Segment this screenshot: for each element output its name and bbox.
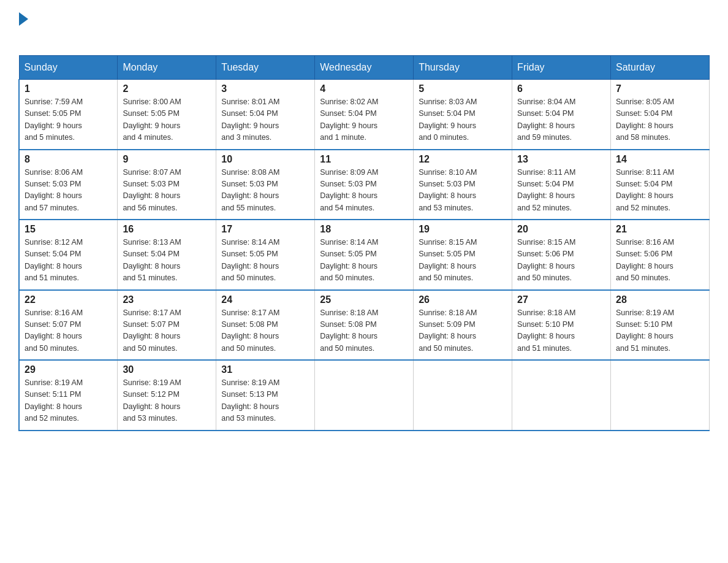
day-info: Sunrise: 8:19 AMSunset: 5:11 PMDaylight:…	[25, 377, 112, 425]
calendar-cell	[315, 360, 414, 431]
logo	[18, 12, 28, 43]
day-info: Sunrise: 8:14 AMSunset: 5:05 PMDaylight:…	[320, 237, 408, 285]
calendar-cell: 12 Sunrise: 8:10 AMSunset: 5:03 PMDaylig…	[414, 150, 512, 220]
day-number: 27	[517, 294, 605, 305]
calendar-cell: 21 Sunrise: 8:16 AMSunset: 5:06 PMDaylig…	[611, 220, 710, 290]
calendar-cell: 16 Sunrise: 8:13 AMSunset: 5:04 PMDaylig…	[118, 220, 216, 290]
calendar-cell: 25 Sunrise: 8:18 AMSunset: 5:08 PMDaylig…	[315, 290, 414, 361]
day-info: Sunrise: 8:11 AMSunset: 5:04 PMDaylight:…	[616, 167, 704, 215]
calendar-cell: 10 Sunrise: 8:08 AMSunset: 5:03 PMDaylig…	[216, 150, 315, 220]
calendar-cell: 11 Sunrise: 8:09 AMSunset: 5:03 PMDaylig…	[315, 150, 414, 220]
calendar-cell: 30 Sunrise: 8:19 AMSunset: 5:12 PMDaylig…	[118, 360, 216, 431]
column-header-saturday: Saturday	[611, 56, 710, 80]
day-info: Sunrise: 8:15 AMSunset: 5:05 PMDaylight:…	[419, 237, 507, 285]
calendar-cell: 8 Sunrise: 8:06 AMSunset: 5:03 PMDayligh…	[19, 150, 118, 220]
column-header-sunday: Sunday	[19, 56, 118, 80]
day-number: 18	[320, 224, 408, 235]
calendar-cell: 2 Sunrise: 8:00 AMSunset: 5:05 PMDayligh…	[118, 80, 216, 150]
calendar-cell: 9 Sunrise: 8:07 AMSunset: 5:03 PMDayligh…	[118, 150, 216, 220]
day-info: Sunrise: 8:07 AMSunset: 5:03 PMDaylight:…	[123, 167, 211, 215]
calendar-cell: 5 Sunrise: 8:03 AMSunset: 5:04 PMDayligh…	[414, 80, 512, 150]
day-info: Sunrise: 8:11 AMSunset: 5:04 PMDaylight:…	[517, 167, 605, 215]
day-number: 15	[25, 224, 112, 235]
day-number: 19	[419, 224, 507, 235]
calendar-cell: 27 Sunrise: 8:18 AMSunset: 5:10 PMDaylig…	[512, 290, 611, 361]
day-number: 24	[221, 294, 309, 305]
day-number: 30	[123, 364, 211, 375]
calendar-cell: 7 Sunrise: 8:05 AMSunset: 5:04 PMDayligh…	[611, 80, 710, 150]
calendar-cell: 29 Sunrise: 8:19 AMSunset: 5:11 PMDaylig…	[19, 360, 118, 431]
day-number: 11	[320, 154, 408, 165]
calendar-cell: 19 Sunrise: 8:15 AMSunset: 5:05 PMDaylig…	[414, 220, 512, 290]
calendar-cell: 28 Sunrise: 8:19 AMSunset: 5:10 PMDaylig…	[611, 290, 710, 361]
column-header-tuesday: Tuesday	[216, 56, 315, 80]
calendar-cell: 15 Sunrise: 8:12 AMSunset: 5:04 PMDaylig…	[19, 220, 118, 290]
day-number: 10	[221, 154, 309, 165]
calendar-cell	[512, 360, 611, 431]
day-number: 5	[419, 83, 507, 94]
column-header-friday: Friday	[512, 56, 611, 80]
calendar-cell	[611, 360, 710, 431]
day-info: Sunrise: 8:12 AMSunset: 5:04 PMDaylight:…	[25, 237, 112, 285]
calendar-cell: 17 Sunrise: 8:14 AMSunset: 5:05 PMDaylig…	[216, 220, 315, 290]
day-number: 28	[616, 294, 704, 305]
day-info: Sunrise: 8:03 AMSunset: 5:04 PMDaylight:…	[419, 96, 507, 144]
day-number: 7	[616, 83, 704, 94]
day-number: 21	[616, 224, 704, 235]
day-info: Sunrise: 8:19 AMSunset: 5:12 PMDaylight:…	[123, 377, 211, 425]
calendar-cell: 3 Sunrise: 8:01 AMSunset: 5:04 PMDayligh…	[216, 80, 315, 150]
calendar-cell: 26 Sunrise: 8:18 AMSunset: 5:09 PMDaylig…	[414, 290, 512, 361]
day-number: 1	[25, 83, 112, 94]
column-header-monday: Monday	[118, 56, 216, 80]
calendar-week-row: 15 Sunrise: 8:12 AMSunset: 5:04 PMDaylig…	[19, 220, 710, 290]
day-info: Sunrise: 8:18 AMSunset: 5:09 PMDaylight:…	[419, 307, 507, 355]
day-info: Sunrise: 8:18 AMSunset: 5:10 PMDaylight:…	[517, 307, 605, 355]
day-info: Sunrise: 8:15 AMSunset: 5:06 PMDaylight:…	[517, 237, 605, 285]
day-info: Sunrise: 8:08 AMSunset: 5:03 PMDaylight:…	[221, 167, 309, 215]
calendar-cell: 1 Sunrise: 7:59 AMSunset: 5:05 PMDayligh…	[19, 80, 118, 150]
calendar-table: SundayMondayTuesdayWednesdayThursdayFrid…	[18, 55, 710, 431]
calendar-cell	[414, 360, 512, 431]
page-header	[18, 12, 710, 43]
day-info: Sunrise: 8:16 AMSunset: 5:06 PMDaylight:…	[616, 237, 704, 285]
day-number: 31	[221, 364, 309, 375]
calendar-cell: 6 Sunrise: 8:04 AMSunset: 5:04 PMDayligh…	[512, 80, 611, 150]
calendar-cell: 4 Sunrise: 8:02 AMSunset: 5:04 PMDayligh…	[315, 80, 414, 150]
calendar-cell: 24 Sunrise: 8:17 AMSunset: 5:08 PMDaylig…	[216, 290, 315, 361]
day-info: Sunrise: 8:18 AMSunset: 5:08 PMDaylight:…	[320, 307, 408, 355]
calendar-week-row: 1 Sunrise: 7:59 AMSunset: 5:05 PMDayligh…	[19, 80, 710, 150]
day-info: Sunrise: 8:06 AMSunset: 5:03 PMDaylight:…	[25, 167, 112, 215]
calendar-cell: 31 Sunrise: 8:19 AMSunset: 5:13 PMDaylig…	[216, 360, 315, 431]
day-number: 16	[123, 224, 211, 235]
day-info: Sunrise: 8:05 AMSunset: 5:04 PMDaylight:…	[616, 96, 704, 144]
day-info: Sunrise: 8:14 AMSunset: 5:05 PMDaylight:…	[221, 237, 309, 285]
day-number: 3	[221, 83, 309, 94]
logo-triangle-icon	[19, 12, 28, 26]
day-info: Sunrise: 8:00 AMSunset: 5:05 PMDaylight:…	[123, 96, 211, 144]
day-info: Sunrise: 8:04 AMSunset: 5:04 PMDaylight:…	[517, 96, 605, 144]
day-number: 12	[419, 154, 507, 165]
day-number: 8	[25, 154, 112, 165]
day-number: 4	[320, 83, 408, 94]
calendar-week-row: 8 Sunrise: 8:06 AMSunset: 5:03 PMDayligh…	[19, 150, 710, 220]
calendar-cell: 23 Sunrise: 8:17 AMSunset: 5:07 PMDaylig…	[118, 290, 216, 361]
day-info: Sunrise: 8:01 AMSunset: 5:04 PMDaylight:…	[221, 96, 309, 144]
day-info: Sunrise: 8:13 AMSunset: 5:04 PMDaylight:…	[123, 237, 211, 285]
day-number: 29	[25, 364, 112, 375]
day-info: Sunrise: 8:09 AMSunset: 5:03 PMDaylight:…	[320, 167, 408, 215]
day-number: 14	[616, 154, 704, 165]
day-info: Sunrise: 8:19 AMSunset: 5:13 PMDaylight:…	[221, 377, 309, 425]
day-number: 9	[123, 154, 211, 165]
day-info: Sunrise: 8:17 AMSunset: 5:07 PMDaylight:…	[123, 307, 211, 355]
day-info: Sunrise: 8:02 AMSunset: 5:04 PMDaylight:…	[320, 96, 408, 144]
day-number: 22	[25, 294, 112, 305]
calendar-week-row: 29 Sunrise: 8:19 AMSunset: 5:11 PMDaylig…	[19, 360, 710, 431]
day-info: Sunrise: 8:16 AMSunset: 5:07 PMDaylight:…	[25, 307, 112, 355]
calendar-cell: 14 Sunrise: 8:11 AMSunset: 5:04 PMDaylig…	[611, 150, 710, 220]
calendar-cell: 18 Sunrise: 8:14 AMSunset: 5:05 PMDaylig…	[315, 220, 414, 290]
day-number: 2	[123, 83, 211, 94]
calendar-cell: 13 Sunrise: 8:11 AMSunset: 5:04 PMDaylig…	[512, 150, 611, 220]
day-number: 26	[419, 294, 507, 305]
column-header-wednesday: Wednesday	[315, 56, 414, 80]
day-info: Sunrise: 8:17 AMSunset: 5:08 PMDaylight:…	[221, 307, 309, 355]
